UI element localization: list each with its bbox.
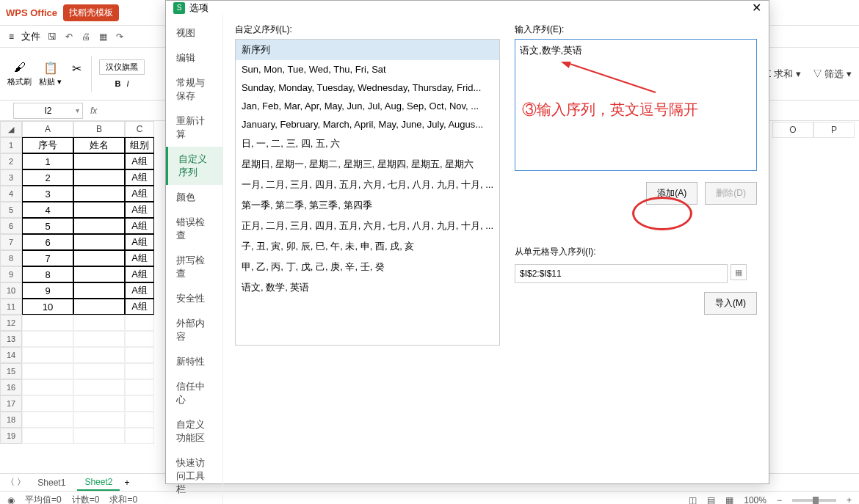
- custom-list[interactable]: 新序列Sun, Mon, Tue, Wed, Thu, Fri, SatSund…: [235, 39, 500, 346]
- template-button[interactable]: 找稻壳模板: [63, 4, 119, 21]
- table-cell[interactable]: 6: [22, 234, 73, 250]
- empty-cell[interactable]: [22, 331, 73, 347]
- table-cell[interactable]: A组: [125, 234, 154, 250]
- row-header-5[interactable]: 5: [0, 202, 22, 218]
- table-cell[interactable]: 10: [22, 299, 73, 315]
- list-item[interactable]: Sunday, Monday, Tuesday, Wednesday, Thur…: [236, 78, 499, 97]
- grid[interactable]: ◢ABC1序号姓名组别21A组32A组43A组54A组65A组76A组87A组9…: [0, 121, 154, 473]
- print-icon[interactable]: 🖨: [81, 32, 90, 42]
- row-header-1[interactable]: 1: [0, 137, 22, 153]
- menu-icon[interactable]: ≡: [9, 32, 14, 42]
- zoom-out[interactable]: −: [777, 495, 782, 505]
- table-cell[interactable]: A组: [125, 266, 154, 282]
- list-item[interactable]: 日, 一, 二, 三, 四, 五, 六: [236, 134, 499, 154]
- list-item[interactable]: January, February, March, April, May, Ju…: [236, 115, 499, 134]
- row-header-13[interactable]: 13: [0, 331, 22, 347]
- list-item[interactable]: Jan, Feb, Mar, Apr, May, Jun, Jul, Aug, …: [236, 97, 499, 115]
- tab-sheet2[interactable]: Sheet2: [77, 475, 120, 491]
- table-cell[interactable]: A组: [125, 202, 154, 218]
- list-item[interactable]: 星期日, 星期一, 星期二, 星期三, 星期四, 星期五, 星期六: [236, 154, 499, 175]
- empty-cell[interactable]: [125, 395, 154, 412]
- save-icon[interactable]: 🖫: [48, 32, 57, 42]
- tab-sheet1[interactable]: Sheet1: [30, 475, 73, 490]
- empty-cell[interactable]: [125, 363, 154, 379]
- table-cell[interactable]: [73, 218, 125, 234]
- table-cell[interactable]: [73, 234, 125, 250]
- sidebar-item-0[interactable]: 视图: [166, 21, 222, 45]
- col-header-C[interactable]: C: [125, 121, 154, 137]
- empty-cell[interactable]: [125, 412, 154, 428]
- table-cell[interactable]: 7: [22, 250, 73, 266]
- empty-cell[interactable]: [73, 412, 125, 428]
- empty-cell[interactable]: [125, 331, 154, 347]
- zoom-slider[interactable]: [792, 499, 836, 502]
- sum-button[interactable]: Σ 求和 ▾: [765, 67, 800, 81]
- row-header-7[interactable]: 7: [0, 234, 22, 250]
- empty-cell[interactable]: [73, 363, 125, 379]
- sidebar-item-4[interactable]: 自定义序列: [166, 147, 222, 185]
- table-cell[interactable]: 4: [22, 202, 73, 218]
- font-name[interactable]: 汉仪旗黑 B I: [99, 59, 145, 88]
- tab-nav[interactable]: 〈 〉: [6, 476, 26, 489]
- table-cell[interactable]: A组: [125, 186, 154, 202]
- list-item[interactable]: 甲, 乙, 丙, 丁, 戊, 己, 庚, 辛, 壬, 癸: [236, 257, 499, 277]
- empty-cell[interactable]: [73, 315, 125, 331]
- tab-add[interactable]: +: [124, 478, 129, 488]
- list-item[interactable]: 一月, 二月, 三月, 四月, 五月, 六月, 七月, 八月, 九月, 十月, …: [236, 175, 499, 195]
- italic-button[interactable]: I: [127, 79, 129, 88]
- table-cell[interactable]: A组: [125, 250, 154, 266]
- close-icon[interactable]: ✕: [752, 1, 761, 15]
- sidebar-item-5[interactable]: 颜色: [166, 185, 222, 210]
- import-range-input[interactable]: $I$2:$I$11: [515, 264, 728, 283]
- empty-cell[interactable]: [73, 331, 125, 347]
- empty-cell[interactable]: [125, 315, 154, 331]
- list-item[interactable]: 新序列: [236, 40, 499, 60]
- paste-button[interactable]: 📋 粘贴 ▾: [39, 60, 62, 87]
- import-button[interactable]: 导入(M): [704, 292, 757, 315]
- filter-button[interactable]: ▽ 筛选 ▾: [813, 67, 852, 81]
- sidebar-item-1[interactable]: 编辑: [166, 45, 222, 70]
- format-brush[interactable]: 🖌 格式刷: [7, 60, 32, 87]
- row-header-11[interactable]: 11: [0, 299, 22, 315]
- table-header[interactable]: 组别: [125, 137, 154, 153]
- table-cell[interactable]: [73, 186, 125, 202]
- row-header-16[interactable]: 16: [0, 379, 22, 395]
- row-header-4[interactable]: 4: [0, 186, 22, 202]
- sidebar-item-8[interactable]: 安全性: [166, 286, 222, 311]
- table-header[interactable]: 姓名: [73, 137, 125, 153]
- table-cell[interactable]: 3: [22, 186, 73, 202]
- table-cell[interactable]: 1: [22, 153, 73, 169]
- table-cell[interactable]: [73, 282, 125, 299]
- table-cell[interactable]: [73, 202, 125, 218]
- table-cell[interactable]: [73, 250, 125, 266]
- row-header-14[interactable]: 14: [0, 347, 22, 363]
- list-item[interactable]: Sun, Mon, Tue, Wed, Thu, Fri, Sat: [236, 60, 499, 78]
- sidebar-item-12[interactable]: 自定义功能区: [166, 412, 222, 450]
- table-cell[interactable]: A组: [125, 153, 154, 169]
- table-header[interactable]: 序号: [22, 137, 73, 153]
- row-header-9[interactable]: 9: [0, 266, 22, 282]
- name-box[interactable]: I2: [13, 103, 83, 119]
- table-cell[interactable]: A组: [125, 282, 154, 299]
- row-header-2[interactable]: 2: [0, 153, 22, 169]
- row-header-12[interactable]: 12: [0, 315, 22, 331]
- row-header-18[interactable]: 18: [0, 412, 22, 428]
- corner[interactable]: ◢: [0, 121, 22, 137]
- empty-cell[interactable]: [73, 347, 125, 363]
- range-picker-icon[interactable]: ▦: [731, 264, 747, 280]
- table-cell[interactable]: [73, 299, 125, 315]
- preview-icon[interactable]: ▦: [99, 32, 107, 42]
- sidebar-item-9[interactable]: 外部内容: [166, 311, 222, 349]
- table-cell[interactable]: A组: [125, 299, 154, 315]
- table-cell[interactable]: [73, 153, 125, 169]
- table-cell[interactable]: [73, 266, 125, 282]
- col-header-A[interactable]: A: [22, 121, 73, 137]
- empty-cell[interactable]: [22, 412, 73, 428]
- undo-icon[interactable]: ↶: [65, 32, 73, 42]
- file-menu[interactable]: 文件: [21, 30, 40, 43]
- list-item[interactable]: 正月, 二月, 三月, 四月, 五月, 六月, 七月, 八月, 九月, 十月, …: [236, 216, 499, 236]
- sidebar-item-7[interactable]: 拼写检查: [166, 248, 222, 286]
- empty-cell[interactable]: [22, 347, 73, 363]
- row-header-6[interactable]: 6: [0, 218, 22, 234]
- empty-cell[interactable]: [73, 395, 125, 412]
